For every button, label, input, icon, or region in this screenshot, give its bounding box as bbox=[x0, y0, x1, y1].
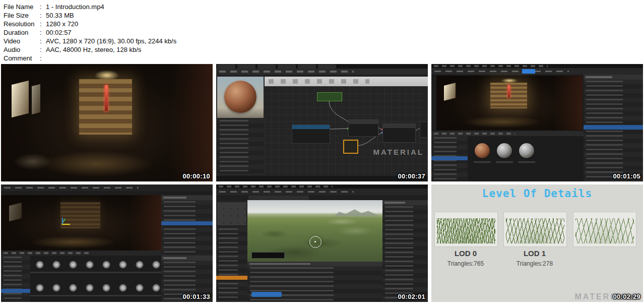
lod-card-0 bbox=[434, 212, 498, 247]
panel-header bbox=[382, 200, 428, 205]
lod-slide-title: Level Of Details bbox=[431, 188, 643, 200]
timestamp-overlay: 00:00:10 bbox=[183, 172, 210, 180]
lod-triangle-count: Triangles:765 bbox=[434, 260, 497, 267]
info-row: File Size:50.33 MB bbox=[4, 11, 176, 20]
play-button bbox=[522, 69, 535, 74]
content-browser bbox=[431, 131, 584, 181]
editor-tabs bbox=[217, 65, 338, 69]
info-separator: : bbox=[40, 54, 46, 63]
info-separator: : bbox=[40, 11, 46, 20]
toolbar bbox=[431, 68, 643, 75]
video-frame-2: MATERIAL 00:00:37 bbox=[216, 64, 428, 181]
grass-image-sparse bbox=[575, 218, 634, 243]
media-info-header: File Name:1 - Introduction.mp4 File Size… bbox=[4, 3, 176, 63]
material-asset-sphere bbox=[519, 143, 534, 158]
material-toolbar bbox=[265, 77, 428, 86]
video-frame-6: Level Of Details LOD 0 Triangles:765 LOD… bbox=[431, 184, 643, 302]
info-separator: : bbox=[40, 28, 46, 37]
landscape-tool-panel bbox=[216, 200, 247, 302]
lod-slide: Level Of Details LOD 0 Triangles:765 LOD… bbox=[431, 184, 643, 302]
create-button bbox=[251, 292, 282, 297]
menu-bar bbox=[431, 64, 643, 68]
panel-header bbox=[584, 75, 643, 80]
selected-folder bbox=[431, 156, 468, 160]
lod-name: LOD 0 bbox=[434, 249, 497, 258]
outliner-rows bbox=[161, 200, 213, 256]
function-node bbox=[348, 119, 378, 137]
info-row: Comment: bbox=[4, 54, 176, 63]
video-frame-3: 00:01:05 bbox=[431, 64, 643, 181]
menu-bar bbox=[216, 69, 428, 75]
toolbar bbox=[1, 184, 213, 191]
tooltip-box bbox=[251, 252, 285, 259]
folder-tree bbox=[1, 256, 30, 302]
toolbar-icons bbox=[269, 79, 369, 84]
viewport bbox=[436, 76, 583, 130]
grass-image-medium bbox=[506, 218, 564, 243]
material-asset-sphere bbox=[497, 143, 512, 158]
window-light-2 bbox=[32, 84, 40, 114]
info-value: 50.33 MB bbox=[46, 11, 74, 20]
window-light bbox=[12, 81, 29, 118]
selected-node bbox=[343, 140, 358, 154]
video-frame-5: 00:02:01 bbox=[216, 184, 428, 302]
info-label: Audio bbox=[4, 45, 40, 54]
asset-label bbox=[474, 161, 491, 163]
info-label: Comment bbox=[4, 54, 40, 63]
info-row: Duration:00:02:57 bbox=[4, 28, 176, 37]
info-row: Resolution:1280 x 720 bbox=[4, 20, 176, 28]
brick-wall-right bbox=[129, 195, 161, 251]
brick-wall-right bbox=[170, 64, 213, 181]
details-panel bbox=[217, 119, 264, 175]
gizmo-x-axis bbox=[62, 224, 70, 225]
landscape-viewport bbox=[247, 200, 382, 262]
settings-rows bbox=[382, 205, 428, 302]
lod-card-2 bbox=[573, 212, 636, 247]
status-bar bbox=[216, 176, 428, 181]
asset-label bbox=[496, 161, 513, 163]
tool-rows bbox=[216, 227, 247, 302]
selected-folder bbox=[1, 289, 30, 293]
material-preview-pane bbox=[217, 77, 264, 118]
material-asset-sphere bbox=[475, 143, 490, 158]
left-wall-shadow bbox=[1, 195, 27, 251]
lod-triangle-count: Triangles:278 bbox=[503, 260, 566, 267]
content-browser bbox=[1, 251, 161, 302]
info-value: AAC, 48000 Hz, stereo, 128 kb/s bbox=[46, 45, 141, 54]
lod-name: LOD 1 bbox=[503, 249, 566, 258]
timestamp-overlay: 00:02:29 bbox=[613, 293, 640, 300]
floor-light-pool bbox=[30, 236, 116, 248]
red-hanging-light bbox=[508, 85, 510, 97]
info-separator: : bbox=[40, 3, 46, 11]
toolbar bbox=[216, 189, 428, 195]
mode-strip bbox=[431, 76, 436, 130]
landscape-mode-tab bbox=[248, 196, 309, 200]
video-frame-1: 00:00:10 bbox=[1, 64, 213, 181]
node-header bbox=[349, 120, 378, 124]
lod-card-1 bbox=[503, 212, 567, 247]
thumbnail-grid: 00:00:10 bbox=[1, 64, 643, 302]
path-bar bbox=[1, 251, 161, 256]
tab-strip bbox=[1, 191, 213, 195]
asset-area bbox=[468, 136, 584, 181]
node-header bbox=[383, 124, 415, 128]
comment-node bbox=[317, 92, 342, 101]
panel-header bbox=[161, 256, 213, 261]
material-watermark: MATERIAL bbox=[373, 148, 424, 156]
path-bar bbox=[431, 131, 584, 136]
video-frame-4: 00:01:33 bbox=[1, 184, 213, 302]
material-asset-grid bbox=[30, 256, 161, 302]
info-value: AVC, 1280 x 720 (16:9), 30.00 fps, 2244 … bbox=[46, 37, 176, 45]
timestamp-overlay: 00:00:37 bbox=[398, 172, 425, 180]
info-value: 00:02:57 bbox=[46, 28, 72, 37]
window-tab-bar bbox=[216, 64, 428, 69]
left-wall-shadow bbox=[436, 76, 460, 130]
result-node bbox=[382, 124, 416, 143]
red-hanging-light bbox=[105, 85, 108, 111]
grass-image-dense bbox=[437, 218, 495, 243]
info-separator: : bbox=[40, 37, 46, 45]
node-header bbox=[292, 125, 330, 129]
dark-room-scene bbox=[1, 64, 213, 181]
outliner-panel bbox=[161, 195, 213, 256]
gizmo-z-axis bbox=[62, 218, 63, 224]
